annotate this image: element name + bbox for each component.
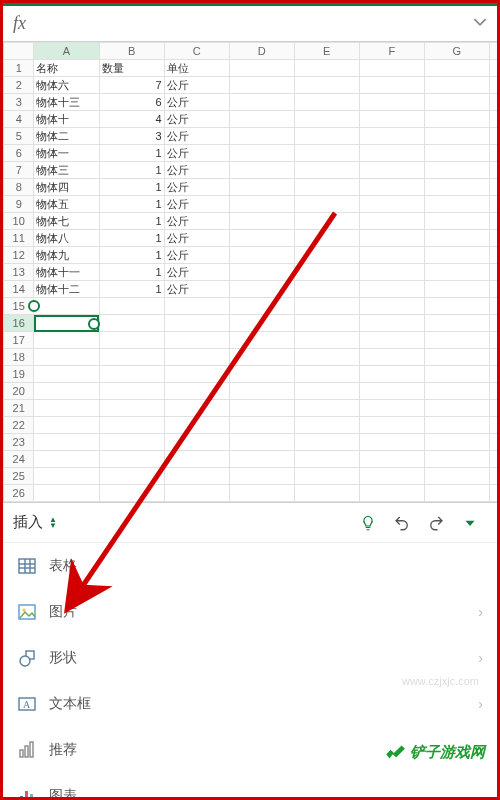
cell-E1[interactable] <box>294 60 359 77</box>
cell-G18[interactable] <box>424 349 489 366</box>
cell-F17[interactable] <box>359 332 424 349</box>
cell-F11[interactable] <box>359 230 424 247</box>
cell-A20[interactable] <box>34 383 99 400</box>
cell-A6[interactable]: 物体一 <box>34 145 99 162</box>
row-header-4[interactable]: 4 <box>4 111 34 128</box>
row-header-9[interactable]: 9 <box>4 196 34 213</box>
column-header-B[interactable]: B <box>99 43 164 60</box>
menu-item-chart[interactable]: 图表 <box>3 773 497 800</box>
column-header-F[interactable]: F <box>359 43 424 60</box>
cell-F23[interactable] <box>359 434 424 451</box>
cell-E3[interactable] <box>294 94 359 111</box>
cell-F13[interactable] <box>359 264 424 281</box>
cell-C6[interactable]: 公斤 <box>164 145 229 162</box>
cell-C2[interactable]: 公斤 <box>164 77 229 94</box>
cell-D24[interactable] <box>229 451 294 468</box>
cell-F15[interactable] <box>359 298 424 315</box>
cell-A14[interactable]: 物体十二 <box>34 281 99 298</box>
cell-H7[interactable] <box>489 162 497 179</box>
cell-B26[interactable] <box>99 485 164 502</box>
cell-F1[interactable] <box>359 60 424 77</box>
cell-B13[interactable]: 1 <box>99 264 164 281</box>
cell-H6[interactable] <box>489 145 497 162</box>
cell-G7[interactable] <box>424 162 489 179</box>
cell-B21[interactable] <box>99 400 164 417</box>
cell-G23[interactable] <box>424 434 489 451</box>
cell-E22[interactable] <box>294 417 359 434</box>
cell-G1[interactable] <box>424 60 489 77</box>
cell-E5[interactable] <box>294 128 359 145</box>
cell-F16[interactable] <box>359 315 424 332</box>
cell-A9[interactable]: 物体五 <box>34 196 99 213</box>
cell-C25[interactable] <box>164 468 229 485</box>
cell-A4[interactable]: 物体十 <box>34 111 99 128</box>
cell-E20[interactable] <box>294 383 359 400</box>
cell-H15[interactable] <box>489 298 497 315</box>
cell-F26[interactable] <box>359 485 424 502</box>
cell-A8[interactable]: 物体四 <box>34 179 99 196</box>
cell-E7[interactable] <box>294 162 359 179</box>
cell-F21[interactable] <box>359 400 424 417</box>
cell-E21[interactable] <box>294 400 359 417</box>
cell-E17[interactable] <box>294 332 359 349</box>
cell-D17[interactable] <box>229 332 294 349</box>
cell-G22[interactable] <box>424 417 489 434</box>
cell-B18[interactable] <box>99 349 164 366</box>
cell-G6[interactable] <box>424 145 489 162</box>
cell-G9[interactable] <box>424 196 489 213</box>
cell-E6[interactable] <box>294 145 359 162</box>
cell-D22[interactable] <box>229 417 294 434</box>
redo-icon[interactable] <box>419 506 453 540</box>
cell-H24[interactable] <box>489 451 497 468</box>
cell-H17[interactable] <box>489 332 497 349</box>
cell-B10[interactable]: 1 <box>99 213 164 230</box>
cell-E16[interactable] <box>294 315 359 332</box>
cell-C5[interactable]: 公斤 <box>164 128 229 145</box>
cell-A26[interactable] <box>34 485 99 502</box>
cell-G26[interactable] <box>424 485 489 502</box>
column-header-A[interactable]: A <box>34 43 99 60</box>
cell-E19[interactable] <box>294 366 359 383</box>
cell-E4[interactable] <box>294 111 359 128</box>
selection-handle-br[interactable] <box>88 318 100 330</box>
cell-H18[interactable] <box>489 349 497 366</box>
cell-C1[interactable]: 单位 <box>164 60 229 77</box>
cell-F12[interactable] <box>359 247 424 264</box>
spreadsheet-grid[interactable]: ABCDEFGH1名称数量单位2物体六7公斤3物体十三6公斤4物体十4公斤5物体… <box>3 42 497 502</box>
cell-B1[interactable]: 数量 <box>99 60 164 77</box>
cell-A18[interactable] <box>34 349 99 366</box>
more-icon[interactable] <box>453 506 487 540</box>
row-header-3[interactable]: 3 <box>4 94 34 111</box>
row-header-20[interactable]: 20 <box>4 383 34 400</box>
cell-G2[interactable] <box>424 77 489 94</box>
cell-C4[interactable]: 公斤 <box>164 111 229 128</box>
row-header-17[interactable]: 17 <box>4 332 34 349</box>
cell-B5[interactable]: 3 <box>99 128 164 145</box>
row-header-14[interactable]: 14 <box>4 281 34 298</box>
cell-A22[interactable] <box>34 417 99 434</box>
cell-E10[interactable] <box>294 213 359 230</box>
cell-B9[interactable]: 1 <box>99 196 164 213</box>
cell-H14[interactable] <box>489 281 497 298</box>
cell-F2[interactable] <box>359 77 424 94</box>
lightbulb-icon[interactable] <box>351 506 385 540</box>
column-header-D[interactable]: D <box>229 43 294 60</box>
cell-F20[interactable] <box>359 383 424 400</box>
cell-D2[interactable] <box>229 77 294 94</box>
cell-B15[interactable] <box>99 298 164 315</box>
cell-A23[interactable] <box>34 434 99 451</box>
row-header-11[interactable]: 11 <box>4 230 34 247</box>
row-header-6[interactable]: 6 <box>4 145 34 162</box>
cell-D18[interactable] <box>229 349 294 366</box>
cell-G3[interactable] <box>424 94 489 111</box>
cell-C21[interactable] <box>164 400 229 417</box>
cell-F18[interactable] <box>359 349 424 366</box>
ribbon-tab-dropdown[interactable]: 插入 ▲▼ <box>13 513 57 532</box>
row-header-13[interactable]: 13 <box>4 264 34 281</box>
selection-handle-tl[interactable] <box>28 300 40 312</box>
cell-G13[interactable] <box>424 264 489 281</box>
cell-G5[interactable] <box>424 128 489 145</box>
cell-E26[interactable] <box>294 485 359 502</box>
cell-E12[interactable] <box>294 247 359 264</box>
cell-F8[interactable] <box>359 179 424 196</box>
